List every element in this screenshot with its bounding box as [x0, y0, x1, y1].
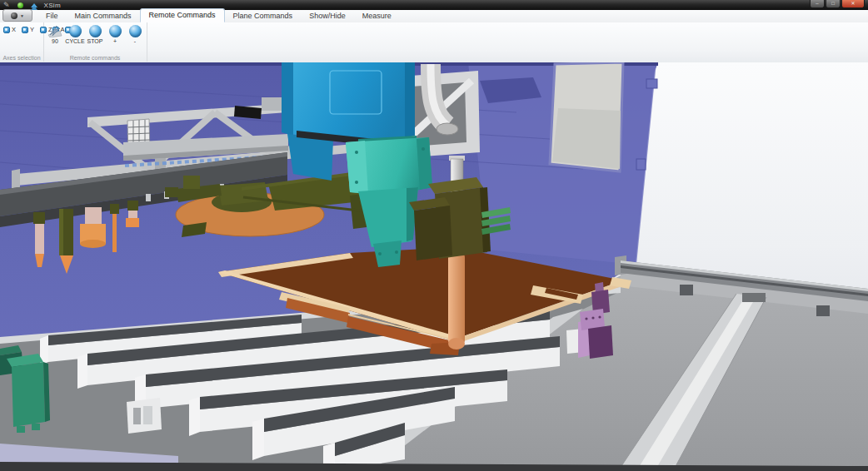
- maximize-button[interactable]: □: [826, 0, 841, 8]
- group-label-remote: Remote commands: [43, 55, 147, 61]
- plus-button[interactable]: +: [105, 24, 125, 45]
- app-menu-icon: [11, 12, 17, 19]
- application-window: ✎ XSim – □ ✕ ▼ File Main Commands Remote…: [0, 0, 868, 471]
- axis-check-icon: [22, 27, 28, 33]
- close-button[interactable]: ✕: [841, 0, 865, 8]
- axis-toggle-y[interactable]: Y: [22, 25, 40, 34]
- status-orb-icon[interactable]: [17, 2, 23, 8]
- group-remote-commands: 90 CYCLE STOP + - Remo: [43, 22, 147, 62]
- support-post: [448, 252, 465, 350]
- cycle-button[interactable]: CYCLE: [65, 24, 85, 45]
- tab-measure[interactable]: Measure: [354, 10, 400, 22]
- blue-sphere-icon: [129, 25, 142, 37]
- title-bar: ✎ XSim – □ ✕: [0, 0, 868, 10]
- chevron-down-icon: ▼: [20, 13, 24, 18]
- viewport-3d[interactable]: [0, 62, 868, 471]
- tab-file[interactable]: File: [37, 10, 67, 22]
- collapse-ribbon-icon[interactable]: [31, 3, 37, 7]
- minimize-button[interactable]: –: [810, 0, 825, 8]
- tab-main-commands[interactable]: Main Commands: [67, 10, 140, 22]
- window-controls: – □ ✕: [810, 0, 865, 8]
- pencil-icon[interactable]: ✎: [3, 2, 10, 9]
- bed-stop-block: [127, 398, 162, 434]
- application-menu-button[interactable]: ▼: [2, 9, 32, 22]
- tab-remote-commands[interactable]: Remote Commands: [140, 8, 225, 22]
- tab-show-hide[interactable]: Show/Hide: [301, 10, 354, 22]
- ribbon-tab-row: ▼ File Main Commands Remote Commands Pla…: [0, 10, 868, 23]
- tab-plane-commands[interactable]: Plane Commands: [225, 10, 302, 22]
- axis-check-icon: [3, 27, 10, 33]
- window-lower-pane: [552, 108, 621, 169]
- window-title: XSim: [44, 2, 61, 9]
- group-label-axes: Axes selection: [0, 55, 43, 61]
- axis-toggle-x[interactable]: X: [3, 25, 22, 34]
- rotate-90-flash-icon: [47, 25, 62, 37]
- blue-sphere-icon: [69, 25, 82, 37]
- group-axes-selection: X Y Z A C Axes selecti: [0, 22, 44, 62]
- blue-sphere-icon: [89, 25, 102, 37]
- ribbon-body: X Y Z A C Axes selecti: [0, 22, 868, 63]
- stop-button[interactable]: STOP: [85, 24, 105, 45]
- quick-access-toolbar: ✎: [0, 2, 37, 9]
- rotate-90-button[interactable]: 90: [45, 24, 65, 45]
- minus-button[interactable]: -: [125, 24, 145, 45]
- blue-sphere-icon: [109, 25, 122, 37]
